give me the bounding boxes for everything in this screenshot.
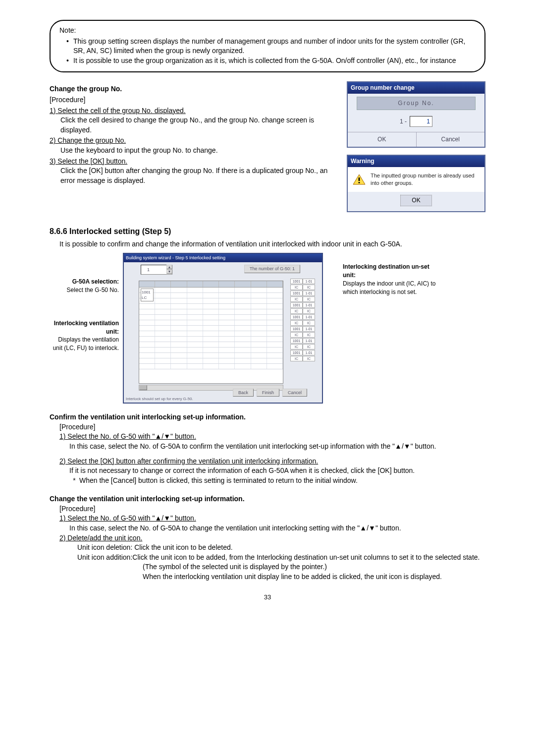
warning-message: The inputted group number is already use… — [371, 172, 480, 187]
procedure-label: [Procedure] — [50, 95, 340, 105]
window-titlebar: Building system wizard - Step 5 Interloc… — [124, 254, 322, 262]
callout-body: Displays the ventilation unit (LC, FU) t… — [50, 336, 119, 352]
dialog-title: Warning — [348, 156, 484, 167]
step-lead: 2) Change the group No. — [50, 136, 126, 144]
group-no-header: Group No. — [357, 97, 476, 110]
callout-title: Interlocking destination un-set unit: — [343, 263, 442, 280]
step-body: Use the keyboard to input the group No. … — [50, 146, 340, 156]
step-lead: 1) Select the cell of the group No. disp… — [50, 107, 186, 115]
step-lead: 3) Select the [OK] button. — [50, 157, 127, 165]
delete-line: Unit icon deletion: Click the unit icon … — [50, 543, 485, 553]
spin-buttons[interactable]: ▲▼ — [166, 265, 172, 274]
finish-button[interactable]: Finish — [257, 389, 279, 397]
note-item: It is possible to use the group organiza… — [73, 56, 476, 66]
group-number-dialog: Group number change Group No. 1 - 1 OK C… — [347, 81, 485, 147]
change-heading: Change the ventilation unit interlocking… — [50, 494, 485, 504]
step-lead: 1) Select the No. of G-50 with "▲/▼" but… — [59, 432, 196, 440]
figure-right-labels: Interlocking destination un-set unit: Di… — [323, 253, 442, 296]
callout-title: G-50A selection: — [50, 278, 119, 286]
add-body: Click the unit icon to be added, from th… — [132, 553, 485, 563]
star-note: When the [Cancel] button is clicked, thi… — [79, 476, 485, 486]
svg-rect-2 — [359, 182, 360, 183]
back-button[interactable]: Back — [233, 389, 254, 397]
note-list: This group setting screen displays the n… — [59, 37, 476, 66]
procedure-label: [Procedure] — [50, 422, 485, 432]
callout-title: Interlocking ventilation unit: — [50, 319, 119, 336]
group-prefix: 1 - — [400, 117, 407, 126]
group-number-input[interactable]: 1 — [410, 116, 432, 127]
step-lead: 2) Select the [OK] button after confirmi… — [59, 457, 318, 465]
svg-rect-1 — [359, 177, 360, 181]
note-box: Note: This group setting screen displays… — [50, 20, 485, 72]
procedure-label: [Procedure] — [50, 504, 485, 514]
page-number: 33 — [50, 593, 485, 602]
warning-icon — [353, 174, 366, 185]
step-body: If it is not necessary to change or corr… — [50, 466, 485, 476]
window-footer: Interlock should set up for every G-50. — [126, 396, 193, 402]
confirm-heading: Confirm the ventilation unit interlockin… — [50, 412, 485, 422]
unset-unit-list[interactable]: 10011-01 ICIC 10011-01 ICIC 10011-01 ICI… — [290, 279, 315, 362]
step-lead: 1) Select the No. of G-50 with "▲/▼" but… — [59, 514, 196, 522]
add-body: When the interlocking ventilation unit d… — [50, 572, 485, 582]
change-group-block: Change the group No. [Procedure] 1) Sele… — [50, 81, 340, 185]
section-body: It is possible to confirm and change the… — [50, 239, 485, 249]
reg-label: The number of G-50: — [250, 266, 291, 271]
step-body: In this case, select the No. of G-50A to… — [50, 523, 485, 533]
callout-body: Select the G-50 No. — [50, 286, 119, 294]
step-lead: 2) Delete/add the unit icon. — [59, 534, 142, 542]
add-lead: Unit icon addition: — [77, 553, 132, 563]
cancel-button[interactable]: Cancel — [282, 389, 307, 397]
step-body: In this case, select the No. of G-50A to… — [50, 442, 485, 452]
interlock-grid[interactable] — [139, 281, 283, 384]
note-title: Note: — [59, 26, 476, 36]
dialog-title: Group number change — [348, 82, 484, 94]
star-icon: * — [69, 476, 79, 486]
step-body: Click the [OK] button after changing the… — [50, 166, 340, 185]
callout-body: Displays the indoor unit (IC, AIC) to wh… — [343, 280, 442, 296]
add-body: (The symbol of the selected unit is disp… — [50, 562, 485, 572]
reg-value: 1 — [292, 266, 295, 271]
interlocked-window: Building system wizard - Step 5 Interloc… — [123, 253, 323, 404]
figure-left-labels: G-50A selection: Select the G-50 No. Int… — [50, 253, 123, 377]
warning-dialog: Warning The inputted group number is alr… — [347, 155, 485, 212]
change-group-heading: Change the group No. — [50, 84, 340, 94]
section-heading: 8.6.6 Interlocked setting (Step 5) — [50, 226, 485, 237]
ok-button[interactable]: OK — [400, 195, 431, 206]
cancel-button[interactable]: Cancel — [417, 132, 485, 147]
step-body: Click the cell desired to change the gro… — [50, 116, 340, 135]
ok-button[interactable]: OK — [348, 132, 417, 147]
note-item: This group setting screen displays the n… — [73, 37, 476, 56]
lc-unit-icon[interactable]: 1001 LC — [141, 289, 154, 301]
